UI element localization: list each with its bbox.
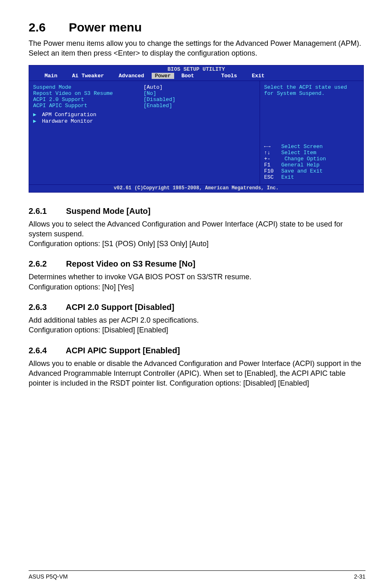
bios-menu: Main Ai Tweaker Advanced Power Boot Tool… xyxy=(29,73,363,81)
bios-body: Suspend Mode [Auto] Repost Video on S3 R… xyxy=(29,81,363,184)
key-desc: Select Item xyxy=(281,150,316,156)
bios-item-acpi-apic[interactable]: ACPI APIC Support [Enabled] xyxy=(33,103,256,109)
bios-menu-power[interactable]: Power xyxy=(152,73,174,79)
triangle-icon: ▶ xyxy=(33,111,39,118)
bios-item-value: [Enabled] xyxy=(143,103,172,109)
key-desc: Exit xyxy=(281,174,294,180)
page-heading: 2.6 Power menu xyxy=(29,20,365,34)
triangle-icon: ▶ xyxy=(33,118,39,124)
bios-help-keys: ←→Select Screen ↑↓Select Item +-Change O… xyxy=(264,144,359,180)
bios-title: BIOS SETUP UTILITY xyxy=(29,65,363,73)
key-updown-icon: ↑↓ xyxy=(264,150,281,156)
key-f1: F1 xyxy=(264,162,281,168)
section-body: Allows you to enable or disable the Adva… xyxy=(29,359,365,388)
section-number: 2.6.3 xyxy=(29,303,64,312)
bios-menu-boot[interactable]: Boot xyxy=(174,73,202,79)
bios-submenu-label: Hardware Monitor xyxy=(42,118,93,124)
page-footer: ASUS P5Q-VM 2-31 xyxy=(29,570,365,580)
bios-left-pane: Suspend Mode [Auto] Repost Video on S3 R… xyxy=(29,81,260,184)
section-heading: 2.6.2 Repost Video on S3 Resume [No] xyxy=(29,259,365,269)
section-number: 2.6.4 xyxy=(29,346,64,355)
bios-menu-advanced[interactable]: Advanced xyxy=(111,73,151,79)
key-plusminus: +- xyxy=(264,156,281,162)
section-number: 2.6.1 xyxy=(29,206,64,216)
bios-item-label: Suspend Mode xyxy=(33,84,143,90)
bios-item-repost-video[interactable]: Repost Video on S3 Resume [No] xyxy=(33,90,256,97)
bios-item-value: [Auto] xyxy=(143,84,163,90)
section-heading: 2.6.4 ACPI APIC Support [Enabled] xyxy=(29,346,365,355)
section-body: Add additional tables as per ACPI 2.0 sp… xyxy=(29,315,365,335)
section-heading: 2.6.1 Suspend Mode [Auto] xyxy=(29,206,365,216)
bios-item-label: ACPI 2.0 Support xyxy=(33,97,143,103)
bios-item-value: [Disabled] xyxy=(143,97,175,103)
bios-menu-exit[interactable]: Exit xyxy=(244,73,272,79)
bios-help-desc: Select the ACPI state used for System Su… xyxy=(264,84,359,97)
key-f10: F10 xyxy=(264,168,281,174)
key-leftright-icon: ←→ xyxy=(264,144,281,150)
bios-item-label: Repost Video on S3 Resume xyxy=(33,90,143,97)
key-desc: Select Screen xyxy=(281,144,323,150)
section-264: 2.6.4 ACPI APIC Support [Enabled] Allows… xyxy=(29,342,365,395)
heading-text: Power menu xyxy=(69,20,141,34)
bios-submenu-hwmon[interactable]: ▶ Hardware Monitor xyxy=(33,118,256,124)
bios-footer: v02.61 (C)Copyright 1985-2008, American … xyxy=(29,184,363,192)
section-261: 2.6.1 Suspend Mode [Auto] Allows you to … xyxy=(29,202,365,256)
section-title: Repost Video on S3 Resume [No] xyxy=(66,259,195,268)
section-number: 2.6.2 xyxy=(29,259,64,269)
key-desc: General Help xyxy=(281,162,320,168)
key-esc: ESC xyxy=(264,174,281,180)
bios-submenu-apm[interactable]: ▶ APM Configuration xyxy=(33,111,256,118)
key-desc: Change Option xyxy=(281,156,326,162)
bios-box: BIOS SETUP UTILITY Main Ai Tweaker Advan… xyxy=(29,65,364,193)
bios-item-label: ACPI APIC Support xyxy=(33,103,143,109)
intro-paragraph: The Power menu items allow you to change… xyxy=(29,38,365,58)
bios-right-pane: Select the ACPI state used for System Su… xyxy=(260,81,363,184)
key-desc: Save and Exit xyxy=(281,168,323,174)
section-heading: 2.6.3 ACPI 2.0 Support [Disabled] xyxy=(29,303,365,312)
footer-left: ASUS P5Q-VM xyxy=(29,573,68,580)
bios-item-suspend-mode[interactable]: Suspend Mode [Auto] xyxy=(33,84,256,90)
bios-item-acpi20[interactable]: ACPI 2.0 Support [Disabled] xyxy=(33,97,256,103)
section-title: ACPI APIC Support [Enabled] xyxy=(66,346,180,355)
section-body: Determines whether to invoke VGA BIOS PO… xyxy=(29,272,365,292)
bios-item-value: [No] xyxy=(143,90,156,97)
bios-menu-tools[interactable]: Tools xyxy=(214,73,244,79)
bios-menu-main[interactable]: Main xyxy=(37,73,65,79)
section-title: Suspend Mode [Auto] xyxy=(66,206,151,215)
footer-right: 2-31 xyxy=(354,573,365,580)
section-body: Allows you to select the Advanced Config… xyxy=(29,219,365,249)
section-263: 2.6.3 ACPI 2.0 Support [Disabled] Add ad… xyxy=(29,298,365,342)
section-title: ACPI 2.0 Support [Disabled] xyxy=(66,303,175,312)
section-262: 2.6.2 Repost Video on S3 Resume [No] Det… xyxy=(29,255,365,298)
heading-number: 2.6 xyxy=(29,20,65,34)
bios-submenu-label: APM Configuration xyxy=(42,112,96,118)
bios-menu-aitweaker[interactable]: Ai Tweaker xyxy=(65,73,111,79)
